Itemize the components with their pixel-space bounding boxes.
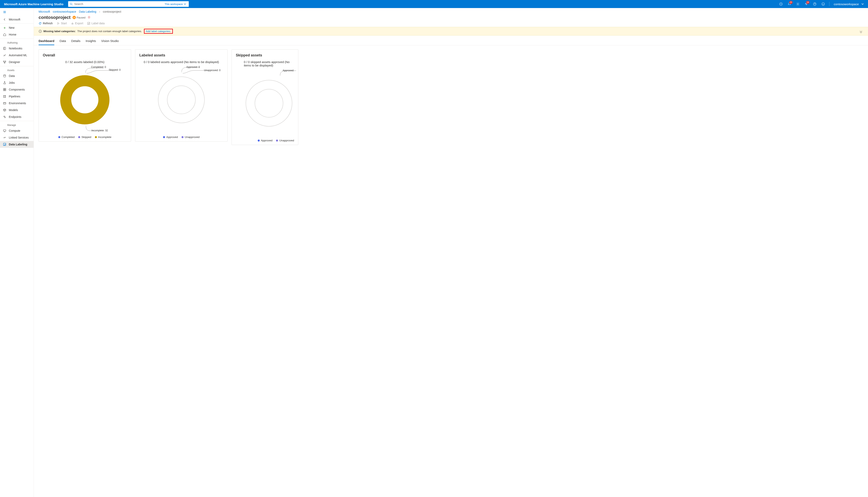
sidebar-item-data-labeling[interactable]: Data Labeling <box>0 141 33 148</box>
breadcrumb-current: contosoproject <box>103 10 121 13</box>
sidebar-item-jobs[interactable]: Jobs <box>0 79 33 86</box>
collapse-sidebar-button[interactable] <box>0 8 33 16</box>
diagnostics-badge: 14 <box>806 1 810 4</box>
search-icon <box>70 3 72 5</box>
pipelines-icon <box>3 95 6 98</box>
breadcrumb-link[interactable]: Microsoft <box>39 10 50 13</box>
settings-icon[interactable] <box>794 0 802 8</box>
banner-prefix: Missing label categories: <box>43 30 76 33</box>
sidebar-item-label: Data <box>9 74 15 77</box>
svg-line-1 <box>72 5 72 5</box>
svg-point-32 <box>255 89 283 117</box>
tab-vision-studio[interactable]: Vision Studio <box>101 39 119 45</box>
diagnostics-icon[interactable]: 14 <box>802 0 810 8</box>
donut-chart <box>156 75 206 125</box>
sidebar-item-automl[interactable]: Automated ML <box>0 52 33 59</box>
sidebar-item-home[interactable]: Home <box>0 31 33 38</box>
flask-icon <box>3 81 6 85</box>
favorite-star-button[interactable] <box>87 16 91 19</box>
svg-point-23 <box>4 116 5 117</box>
chevron-down-icon <box>861 3 864 5</box>
card-title: Overall <box>43 53 127 57</box>
callout-completed: Completed: 0 <box>91 66 106 69</box>
tab-insights[interactable]: Insights <box>86 39 96 45</box>
svg-point-3 <box>797 4 798 5</box>
legend-dot-icon <box>181 136 183 138</box>
card-skipped-assets: Skipped assets 0 / 0 skipped assets appr… <box>232 49 298 145</box>
sidebar-item-label: Linked Services <box>9 136 29 139</box>
sidebar-item-models[interactable]: Models <box>0 106 33 113</box>
svg-point-29 <box>158 77 204 123</box>
legend-item: Approved <box>163 136 178 139</box>
sidebar-item-notebooks[interactable]: Notebooks <box>0 45 33 52</box>
tab-details[interactable]: Details <box>71 39 80 45</box>
legend-dot-icon <box>276 140 278 142</box>
search-scope-label: This workspace <box>165 3 183 5</box>
sidebar-item-label: Automated ML <box>9 54 27 57</box>
refresh-button[interactable]: Refresh <box>39 22 53 25</box>
models-icon <box>3 108 6 112</box>
link-icon <box>3 136 6 139</box>
search-input[interactable] <box>74 2 163 5</box>
back-label: Microsoft <box>9 18 20 21</box>
compute-icon <box>3 129 6 132</box>
sidebar-item-pipelines[interactable]: Pipelines <box>0 93 33 100</box>
sidebar-item-endpoints[interactable]: Endpoints <box>0 113 33 120</box>
tab-data[interactable]: Data <box>59 39 66 45</box>
svg-point-19 <box>5 95 6 96</box>
export-button[interactable]: Export <box>71 22 83 25</box>
callout-approved: Approved: 0 <box>187 66 200 69</box>
svg-point-18 <box>4 95 4 96</box>
callout-approved: Approved: <box>283 69 294 72</box>
page-title: contosoproject <box>39 15 71 20</box>
sidebar-item-data[interactable]: Data <box>0 72 33 79</box>
svg-point-31 <box>246 80 292 126</box>
breadcrumb-link[interactable]: contosoworkspace <box>53 10 76 13</box>
status-badge: Paused <box>72 16 85 19</box>
sidebar-item-label: Home <box>9 33 16 36</box>
breadcrumb-link[interactable]: Data Labeling <box>79 10 96 13</box>
workspace-switcher[interactable]: contosoworkspace <box>831 2 866 6</box>
sidebar-item-label: Environments <box>9 102 26 105</box>
smile-feedback-icon[interactable] <box>819 0 827 8</box>
svg-point-0 <box>70 3 72 5</box>
back-button[interactable]: Microsoft <box>0 16 33 23</box>
legend-item: Unapproved <box>181 136 199 139</box>
new-button[interactable]: ＋ New <box>0 24 33 31</box>
toolbar: Refresh Start Export Label data <box>34 21 868 27</box>
page-header: contosoproject Paused <box>34 14 868 21</box>
legend-dot-icon <box>258 140 260 142</box>
sidebar-item-compute[interactable]: Compute <box>0 127 33 134</box>
sidebar-item-designer[interactable]: Designer <box>0 59 33 66</box>
search-scope-dropdown[interactable]: This workspace <box>165 3 187 5</box>
label-data-button[interactable]: Label data <box>87 22 105 25</box>
notebook-icon <box>3 46 6 50</box>
home-icon <box>3 33 6 36</box>
breadcrumb: Microsoft contosoworkspace Data Labeling… <box>34 8 868 14</box>
environments-icon <box>3 101 6 105</box>
plus-icon: ＋ <box>3 26 6 29</box>
add-label-categories-link[interactable]: Add label categories. <box>146 30 171 33</box>
legend-item: Skipped <box>78 136 91 139</box>
sidebar-item-components[interactable]: Components <box>0 86 33 93</box>
legend-item: Incomplete <box>95 136 111 139</box>
start-label: Start <box>61 22 67 25</box>
card-subtitle: 0 / 0 skipped assets approved (No items … <box>236 60 294 67</box>
svg-point-6 <box>822 3 825 5</box>
sidebar-item-linked-services[interactable]: Linked Services <box>0 134 33 141</box>
svg-rect-9 <box>4 47 5 49</box>
sidebar-item-label: Endpoints <box>9 115 21 118</box>
sidebar-item-label: Notebooks <box>9 47 22 50</box>
new-label: New <box>9 26 14 29</box>
callout-incomplete: Incomplete: 32 <box>92 129 108 132</box>
recent-icon[interactable] <box>777 0 785 8</box>
notifications-icon[interactable]: 23 <box>785 0 794 8</box>
refresh-label: Refresh <box>43 22 53 25</box>
help-icon[interactable] <box>811 0 819 8</box>
collapse-banner-icon[interactable] <box>859 29 863 33</box>
global-search[interactable]: This workspace <box>68 1 189 7</box>
tab-dashboard[interactable]: Dashboard <box>39 39 54 45</box>
start-button[interactable]: Start <box>57 22 67 25</box>
notifications-badge: 23 <box>789 1 793 4</box>
sidebar-item-environments[interactable]: Environments <box>0 100 33 106</box>
